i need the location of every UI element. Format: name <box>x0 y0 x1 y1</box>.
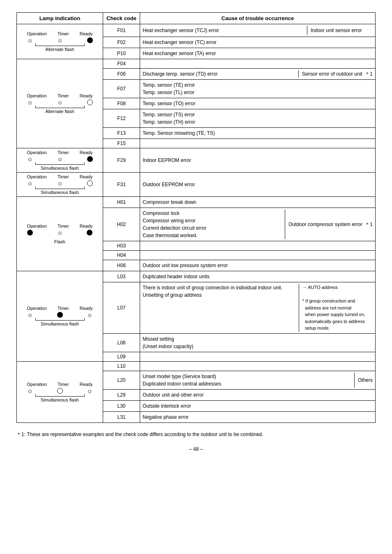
code-cell: L03 <box>103 271 140 282</box>
code-cell: F02 <box>103 37 140 48</box>
cause-cell: Outdoor EEPROM error <box>140 173 376 197</box>
code-cell: L29 <box>103 389 140 400</box>
cause-cell: Temp. sensor (TO) error <box>140 98 376 109</box>
footnote-text: ＊1: These are representative examples an… <box>16 431 376 438</box>
timer-label: Timer <box>58 382 69 387</box>
timer-icon <box>57 388 63 394</box>
code-cell: H04 <box>103 251 140 260</box>
ready-icon <box>87 37 93 43</box>
flash-label: Flash <box>54 239 65 244</box>
flash-label: Simultaneous flash <box>41 190 79 195</box>
auto-address-label: → AUTO address * If group construction a… <box>299 284 373 332</box>
cause-cell: Heat exchanger sensor (TCJ) error Indoor… <box>140 24 376 37</box>
cause-cell: Heat exchanger sensor (TC) error <box>140 37 376 48</box>
cause-header: Cause of trouble occurrence <box>140 13 376 24</box>
op-icon <box>27 230 33 235</box>
op-icon: ☼ <box>27 388 33 394</box>
timer-icon: ☼ <box>57 37 63 44</box>
code-cell: L20 <box>103 371 140 389</box>
code-cell: F01 <box>103 24 140 37</box>
cause-cell: Temp. sensor (TS) errorTemp. sensor (TH)… <box>140 109 376 128</box>
op-icon: ☼ <box>27 37 33 44</box>
op-icon: ☼ <box>27 180 33 187</box>
ready-label: Ready <box>80 306 93 311</box>
ready-icon: ☼ <box>87 312 93 318</box>
cause-cell: Unset model type (Service board) Duplica… <box>140 371 376 389</box>
code-cell: F07 <box>103 80 140 98</box>
lamp-cell-row6: Operation Timer Ready ☼ ☼ Simultaneous f… <box>17 271 103 362</box>
lamp-cell-row3: Operation Timer Ready ☼ ☼ Simultaneous f… <box>17 148 103 173</box>
cause-cell: Outside interlock error <box>140 400 376 411</box>
op-icon: ☼ <box>27 156 33 162</box>
timer-label: Timer <box>58 306 69 311</box>
flash-label: Alternate flash <box>45 47 74 52</box>
cause-cell: Temp. sensor (TE) errorTemp. sensor (TL)… <box>140 80 376 98</box>
lamp-cell-row1: Operation Timer Ready ☼ ☼ Alternate flas… <box>17 24 103 59</box>
code-cell: F06 <box>103 69 140 80</box>
lamp-cell-row4: Operation Timer Ready ☼ ☼ Simultaneous f… <box>17 173 103 197</box>
cause-cell <box>140 361 376 371</box>
ready-icon <box>87 99 93 105</box>
ready-icon <box>87 230 92 235</box>
cause-cell: Compressor lock Compressor wiring error … <box>140 208 376 241</box>
cause-cell: Duplicated header indoor units <box>140 271 376 282</box>
code-cell: F31 <box>103 173 140 197</box>
ready-icon: ☼ <box>87 388 93 394</box>
table-row: Operation Timer Ready ☼ ☼ Simultaneous f… <box>17 361 376 371</box>
flash-label: Simultaneous flash <box>41 397 79 402</box>
code-cell: F15 <box>103 139 140 148</box>
cause-cell: There is indoor unit of group connection… <box>140 282 376 334</box>
ready-label: Ready <box>80 31 93 36</box>
code-cell: L31 <box>103 411 140 422</box>
ready-label: Ready <box>80 382 93 387</box>
code-cell: F12 <box>103 109 140 128</box>
code-cell: L08 <box>103 333 140 352</box>
lamp-cell-row7: Operation Timer Ready ☼ ☼ Simultaneous f… <box>17 361 103 422</box>
cause-cell: Indoor EEPROM error <box>140 148 376 173</box>
compressor-label: Outdoor compressor system error ＊1 <box>285 210 373 239</box>
timer-icon: ☼ <box>57 99 63 106</box>
code-cell: H03 <box>103 241 140 251</box>
code-cell: H06 <box>103 260 140 271</box>
cause-cell: Outdoor unit low pressure system error <box>140 260 376 271</box>
code-cell: F08 <box>103 98 140 109</box>
op-label: Operation <box>27 306 47 311</box>
op-icon: ☼ <box>27 312 33 318</box>
flash-label: Simultaneous flash <box>41 166 79 171</box>
timer-label: Timer <box>58 31 69 36</box>
cause-cell: Missed setting(Unset indoor capacity) <box>140 333 376 352</box>
table-row: Operation Timer Ready ☼ ☼ Simultaneous f… <box>17 148 376 173</box>
cause-cell <box>140 139 376 148</box>
cause-cell: Negative phase error <box>140 411 376 422</box>
lamp-cell-row2: Operation Timer Ready ☼ ☼ Alternate flas… <box>17 59 103 148</box>
flash-label: Alternate flash <box>45 109 74 114</box>
timer-label: Timer <box>58 174 69 179</box>
code-cell: L10 <box>103 361 140 371</box>
timer-label: Timer <box>58 224 69 229</box>
ready-label: Ready <box>80 150 93 155</box>
cause-cell: Compressor break down <box>140 197 376 208</box>
op-icon: ☼ <box>27 99 33 106</box>
code-cell: H01 <box>103 197 140 208</box>
op-label: Operation <box>27 31 47 36</box>
op-label: Operation <box>27 224 47 229</box>
cause-cell <box>140 241 376 251</box>
cause-cell <box>140 251 376 260</box>
table-row: Operation Timer Ready ☼ ☼ Alternate flas… <box>17 24 376 37</box>
timer-icon: ☼ <box>57 156 63 162</box>
table-row: Operation Timer Ready ☼ ☼ Simultaneous f… <box>17 173 376 197</box>
lamp-cell-row5: Operation Timer Ready ☼ Flash <box>17 197 103 271</box>
op-label: Operation <box>27 382 47 387</box>
timer-icon <box>57 312 63 318</box>
code-cell: L09 <box>103 352 140 361</box>
ready-label: Ready <box>80 224 93 229</box>
code-cell: P10 <box>103 48 140 59</box>
code-cell: F04 <box>103 59 140 69</box>
code-cell: F13 <box>103 128 140 139</box>
cause-cell <box>140 59 376 69</box>
lamp-header: Lamp indication <box>17 13 103 24</box>
table-row: Operation Timer Ready ☼ ☼ Alternate flas… <box>17 59 376 69</box>
timer-label: Timer <box>58 93 69 98</box>
ready-label: Ready <box>80 174 93 179</box>
code-cell: H02 <box>103 208 140 241</box>
